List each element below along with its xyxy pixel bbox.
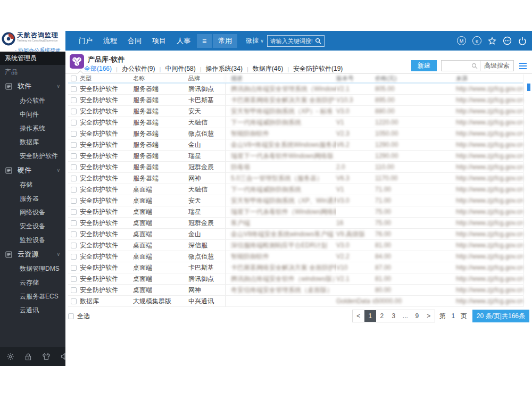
select-all-checkbox[interactable] <box>68 313 74 319</box>
row-checkbox[interactable] <box>71 209 77 215</box>
page-button-...[interactable]: ... <box>400 310 411 322</box>
row-checkbox[interactable] <box>71 131 77 137</box>
row-checkbox[interactable] <box>71 153 77 159</box>
cell-source[interactable]: http://www.zjzfcg.gov.cn/cs/jig/ <box>444 242 523 249</box>
advanced-search-button[interactable]: 高级搜索 <box>480 60 514 71</box>
sidebar-item[interactable]: 云存储 <box>0 276 65 289</box>
scrollbar-thumb[interactable] <box>527 84 530 91</box>
row-checkbox[interactable] <box>71 176 77 181</box>
topnav-item[interactable]: 人事 <box>171 31 196 51</box>
cell-source[interactable]: http://www.zjzfcg.gov.cn/cs/jig/ <box>444 174 523 182</box>
table-row[interactable]: 安全防护软件服务器端冠群金辰防毒墙2.0110.00http://www.zjz… <box>68 162 523 173</box>
row-checkbox[interactable] <box>71 265 77 271</box>
row-checkbox[interactable] <box>71 164 77 170</box>
row-checkbox[interactable] <box>71 120 77 126</box>
page-size-badge[interactable]: 20 条/页|共166条 <box>472 310 529 322</box>
tab-办公软件[interactable]: 办公软件(9) <box>122 64 155 73</box>
cell-source[interactable]: http://www.zjzfcg.gov.cn/cs/jig/ <box>444 96 523 104</box>
cell-source[interactable]: http://www.zjzfcg.gov.cn/cs/jig/ <box>444 208 523 215</box>
page-button-9[interactable]: 9 <box>411 310 423 322</box>
table-row[interactable]: 安全防护软件桌面端微点佰慧智能防御软件V2.284.00http://www.z… <box>68 251 523 262</box>
row-checkbox[interactable] <box>71 276 77 282</box>
search-scope-label[interactable]: 微搜 <box>246 36 259 45</box>
e-circle-icon[interactable]: e <box>472 36 481 45</box>
cell-source[interactable]: http://www.zjzfcg.gov.cn/cs/jig/ <box>444 85 523 93</box>
sidebar-item[interactable]: 安全防护软件 <box>0 149 65 163</box>
global-search-input[interactable] <box>270 38 315 44</box>
sidebar-group[interactable]: 硬件∨ <box>0 163 65 178</box>
table-row[interactable]: 安全防护软件桌面端天融信下一代终端威胁防御系统V171.00http://www… <box>68 184 523 195</box>
row-checkbox[interactable] <box>71 231 77 237</box>
table-row[interactable]: 安全防护软件桌面端金山金山V8终端安全系统windows客户端V9.高级版76.… <box>68 229 523 240</box>
topnav-item[interactable]: 流程 <box>98 31 122 51</box>
table-row[interactable]: 安全防护软件桌面端瑞星瑞星下一代杀毒软件（Windows网络版）75.00htt… <box>68 206 523 218</box>
power-icon[interactable] <box>518 37 527 45</box>
sidebar-item[interactable]: 监控设备 <box>0 233 65 247</box>
sidebar-item[interactable]: 服务器 <box>0 192 65 205</box>
cell-source[interactable]: http://www.zjzfcg.gov.cn/cs/jig/ <box>444 253 523 260</box>
sidebar-item[interactable]: 操作系统 <box>0 121 65 135</box>
tab-操作系统[interactable]: 操作系统(34) <box>206 64 243 73</box>
list-view-icon[interactable] <box>519 60 527 71</box>
page-button-1[interactable]: 1 <box>364 310 376 322</box>
m-circle-icon[interactable]: M <box>457 36 466 45</box>
row-checkbox[interactable] <box>71 187 77 193</box>
sidebar-section-product[interactable]: 产品 <box>0 65 65 79</box>
row-checkbox[interactable] <box>71 254 77 260</box>
topnav-item[interactable]: 门户 <box>73 31 98 51</box>
sidebar-group[interactable]: 软件∨ <box>0 79 65 94</box>
shirt-icon[interactable] <box>42 353 51 360</box>
cell-source[interactable]: http://www.zjzfcg.gov.cn/cs/jig/ <box>444 163 523 171</box>
table-row[interactable]: 安全防护软件服务器端安天安天智甲终端防御系统（XP）- 标准V3.0880.00… <box>68 106 523 117</box>
row-checkbox[interactable] <box>71 97 77 103</box>
search-icon[interactable] <box>315 38 321 44</box>
common-menu-button[interactable]: 常用 <box>213 34 237 48</box>
cell-source[interactable]: http://www.zjzfcg.gov.cn/cs/jig/ <box>444 297 523 305</box>
tab-安全防护软件[interactable]: 安全防护软件(19) <box>293 64 343 73</box>
header-checkbox[interactable] <box>71 76 77 81</box>
cell-source[interactable]: http://www.zjzfcg.gov.cn/cs/jig/ <box>444 264 523 271</box>
cell-source[interactable]: http://www.zjzfcg.gov.cn/cs/jig/ <box>444 186 523 193</box>
sidebar-item[interactable]: 办公软件 <box>0 94 65 107</box>
cell-source[interactable]: http://www.zjzfcg.gov.cn/cs/jig/ <box>444 152 523 160</box>
cell-source[interactable]: http://www.zjzfcg.gov.cn/cs/jig/ <box>444 230 523 238</box>
search-scope-caret-icon[interactable]: ∨ <box>260 38 264 44</box>
table-row[interactable]: 安全防护软件桌面端安天安天智甲终端防御系统（XP、Win通用）V3.071.00… <box>68 195 523 206</box>
row-checkbox[interactable] <box>71 220 77 226</box>
row-checkbox[interactable] <box>71 287 77 293</box>
lock-icon[interactable] <box>24 353 32 361</box>
row-checkbox[interactable] <box>71 243 77 248</box>
sidebar-item[interactable]: 云服务器ECS <box>0 289 65 303</box>
table-row[interactable]: 安全防护软件服务器端微点佰慧智能防御软件V2.31050.00http://ww… <box>68 128 523 139</box>
sidebar-group[interactable]: 云资源∨ <box>0 247 65 262</box>
topnav-item[interactable]: 项目 <box>147 31 171 51</box>
page-button-3[interactable]: 3 <box>388 310 400 322</box>
table-row[interactable]: 安全防护软件桌面端卡巴斯基卡巴斯基网络安全解决方案 全面防护版 +防...V10… <box>68 262 523 273</box>
hamburger-menu-button[interactable]: ≡ <box>197 34 212 48</box>
row-checkbox[interactable] <box>71 142 77 148</box>
cell-source[interactable]: http://www.zjzfcg.gov.cn/cs/jig/ <box>444 219 523 227</box>
table-row[interactable]: 安全防护软件桌面端冠群金辰客户端1675.00http://www.zjzfcg… <box>68 218 523 229</box>
gear-icon[interactable] <box>6 353 14 361</box>
tab-数据库[interactable]: 数据库(46) <box>253 64 283 73</box>
table-row[interactable]: 数据库大规模集群版中兴通讯GoldenData s...50000.00http… <box>68 296 523 307</box>
table-row[interactable]: 安全防护软件桌面端网神奇安信终端安全管理系统（桌面版）80.00http://w… <box>68 285 523 296</box>
table-row[interactable]: 安全防护软件服务器端瑞星瑞星下一代杀毒软件Windows网络版1290.00ht… <box>68 151 523 162</box>
table-row[interactable]: 安全防护软件服务器端金山金山V8+终端安全系统Windows服务器版V6.212… <box>68 139 523 151</box>
cell-source[interactable]: http://www.zjzfcg.gov.cn/cs/jig/ <box>444 130 523 137</box>
more-circle-icon[interactable] <box>503 36 512 45</box>
next-page-button[interactable]: > <box>423 310 435 322</box>
row-checkbox[interactable] <box>71 298 77 304</box>
tab-全部[interactable]: 全部(166) <box>84 64 112 73</box>
star-icon[interactable] <box>488 37 496 45</box>
page-button-2[interactable]: 2 <box>376 310 388 322</box>
table-search-input[interactable] <box>444 63 471 69</box>
cell-source[interactable]: http://www.zjzfcg.gov.cn/cs/jig/ <box>444 275 523 282</box>
sidebar-item[interactable]: 安全设备 <box>0 219 65 233</box>
page-jump-input[interactable]: 1 <box>448 312 458 320</box>
cell-source[interactable]: http://www.zjzfcg.gov.cn/cs/jig/ <box>444 119 523 126</box>
sidebar-item[interactable]: 网络设备 <box>0 205 65 219</box>
row-checkbox[interactable] <box>71 109 77 114</box>
tab-中间件[interactable]: 中间件(58) <box>165 64 195 73</box>
table-row[interactable]: 安全防护软件服务器端卡巴斯基卡巴斯基网络安全解决方案 全面防护 卡巴...V10… <box>68 95 523 106</box>
